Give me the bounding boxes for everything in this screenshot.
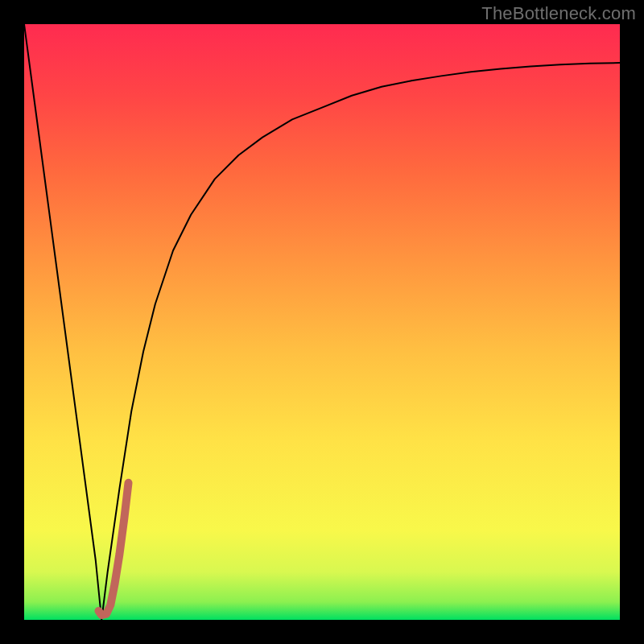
curve-layer [24,24,620,620]
chart-frame: TheBottleneck.com [0,0,644,644]
watermark-text: TheBottleneck.com [481,3,636,24]
bottleneck-curve [24,24,620,620]
optimal-marker [99,483,129,615]
plot-area [24,24,620,620]
